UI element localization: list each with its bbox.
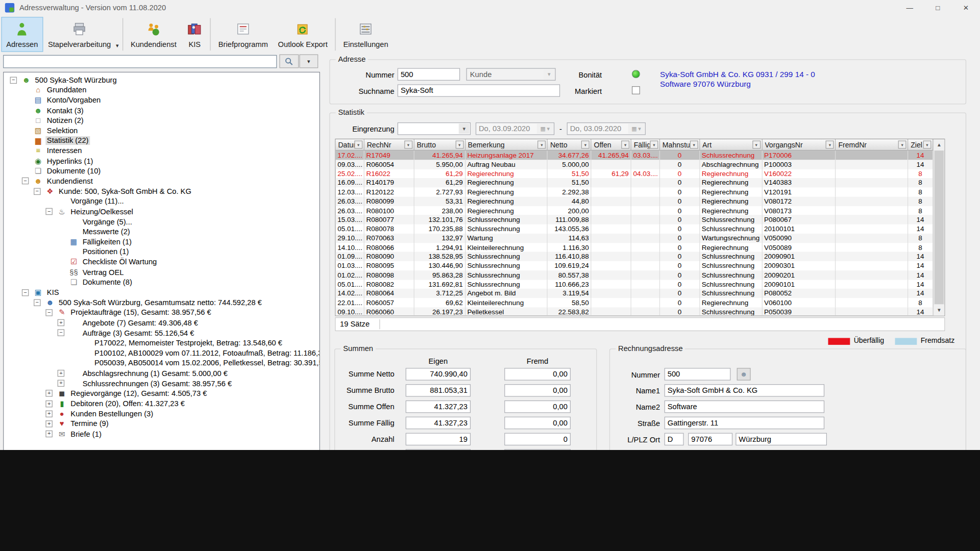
- ra-name2-field[interactable]: Software: [665, 400, 824, 413]
- tree-expander[interactable]: −: [10, 77, 17, 83]
- tree-item[interactable]: ⌂ Grunddaten: [4, 85, 319, 95]
- col-brutto[interactable]: Brutto▾: [414, 139, 465, 150]
- ra-nummer-field[interactable]: 500: [665, 368, 731, 380]
- table-row[interactable]: 14.02.... R080064 3.712,25 Angebot m. Bi…: [336, 289, 934, 298]
- filter-icon[interactable]: ▾: [581, 141, 590, 149]
- filter-icon[interactable]: ▾: [752, 141, 761, 149]
- tree-item[interactable]: − ♨ Heizung/Oelkessel: [4, 207, 319, 217]
- col-rechnr[interactable]: RechNr▾: [364, 139, 414, 150]
- tree-item[interactable]: Messwerte (2): [4, 227, 319, 237]
- tree-item[interactable]: + Angebote (7) Gesamt: 49.306,48 €: [4, 318, 319, 328]
- tree-expander[interactable]: −: [34, 188, 40, 194]
- tree-expander[interactable]: +: [58, 319, 64, 326]
- eingrenzung-combo[interactable]: ▾: [398, 122, 471, 135]
- col-mahnstufe[interactable]: Mahnstufe▾: [660, 139, 700, 150]
- tree-expander[interactable]: +: [58, 370, 64, 377]
- tree-item[interactable]: □ Notizen (2): [4, 115, 319, 126]
- tree-item[interactable]: − ☻ 500 Syka-Soft Würzburg, Gesamtumsatz…: [4, 297, 319, 308]
- search-dropdown-button[interactable]: ▾: [300, 55, 318, 68]
- tree-item[interactable]: − ✎ Projektaufträge (15), Gesamt: 38.957…: [4, 308, 319, 318]
- adresse-typ-combo[interactable]: Kunde ▾: [466, 68, 555, 80]
- tree-item[interactable]: + Abschlagsrechnung (1) Gesamt: 5.000,00…: [4, 368, 319, 379]
- tree-item[interactable]: − ▣ KIS: [4, 287, 319, 297]
- date-from-field[interactable]: Do, 03.09.2020 ▦▾: [476, 122, 554, 135]
- tree-item[interactable]: ❏ Dokumente (8): [4, 277, 319, 287]
- filter-icon[interactable]: ▾: [537, 141, 546, 149]
- tree-expander[interactable]: +: [58, 380, 64, 387]
- table-row[interactable]: 09.10.... R060060 26.197,23 Pelletkessel…: [336, 307, 934, 315]
- tree-item[interactable]: ≡ Interessen: [4, 146, 319, 156]
- tree-item[interactable]: P050039, AB050014 vom 15.02.2006, Pellet…: [4, 358, 319, 368]
- table-scrollbar[interactable]: ▲ ▼: [933, 139, 944, 315]
- table-row[interactable]: 25.02.... R16022 61,29 Regierechnung 51,…: [336, 169, 934, 178]
- ra-strasse-field[interactable]: Gattingerstr. 11: [665, 417, 824, 429]
- table-row[interactable]: 12.03.... R120122 2.727,93 Regierechnung…: [336, 187, 934, 196]
- filter-icon[interactable]: ▾: [404, 141, 412, 149]
- scroll-down-icon[interactable]: ▼: [934, 305, 944, 316]
- ra-open-address-button[interactable]: ☻: [737, 368, 751, 380]
- col-fremdnr[interactable]: FremdNr▾: [836, 139, 909, 150]
- toolbar-outlook-export-button[interactable]: Outlook Export: [273, 17, 333, 52]
- col-faellig[interactable]: Fällig▾: [631, 139, 660, 150]
- toolbar-stapelverarbeitung-button[interactable]: Stapelverarbeitung: [43, 17, 116, 52]
- col-ziel[interactable]: Ziel▾: [908, 139, 933, 150]
- filter-icon[interactable]: ▾: [621, 141, 629, 149]
- table-row[interactable]: 17.02.... R17049 41.265,94 Heizungsanlag…: [336, 151, 934, 160]
- table-row[interactable]: 16.09.... R140179 61,29 Regierechnung 51…: [336, 178, 934, 187]
- scrollbar-thumb[interactable]: [935, 151, 944, 304]
- search-button[interactable]: [279, 55, 299, 68]
- table-row[interactable]: 01.09.... R080090 138.528,95 Schlussrech…: [336, 252, 934, 261]
- stapelverarbeitung-dropdown-arrow[interactable]: ▾: [116, 42, 119, 48]
- tree-expander[interactable]: +: [45, 410, 52, 417]
- tree-item[interactable]: ❏ Dokumente (10): [4, 166, 319, 176]
- filter-icon[interactable]: ▾: [898, 141, 906, 149]
- tree-item[interactable]: Vorgänge (5)...: [4, 216, 319, 227]
- tree-item[interactable]: Vorgänge (11)...: [4, 196, 319, 207]
- ra-plz-field[interactable]: 97076: [688, 433, 732, 445]
- tree-expander[interactable]: +: [45, 400, 52, 407]
- ra-ort-field[interactable]: Würzburg: [736, 433, 827, 445]
- col-art[interactable]: Art▾: [700, 139, 762, 150]
- tree-expander[interactable]: −: [45, 309, 52, 316]
- col-offen[interactable]: Offen▾: [592, 139, 631, 150]
- tree-item[interactable]: − ☻ 500 Syka-Soft Würzburg: [4, 75, 319, 85]
- tree-item[interactable]: + ▮ Debitoren (20), Offen: 41.327,23 €: [4, 398, 319, 409]
- table-row[interactable]: 15.03.... R080077 132.101,76 Schlussrech…: [336, 215, 934, 224]
- ra-name1-field[interactable]: Syka-Soft GmbH & Co. KG: [665, 384, 824, 396]
- tree-item[interactable]: ▧ Selektion: [4, 126, 319, 136]
- suchname-field[interactable]: Syka-Soft: [398, 84, 560, 96]
- filter-icon[interactable]: ▾: [455, 141, 463, 149]
- table-row[interactable]: 26.03.... R080099 53,31 Regierechnung 44…: [336, 197, 934, 206]
- tree-expander[interactable]: −: [58, 330, 64, 336]
- tree-item[interactable]: ◉ Hyperlinks (1): [4, 156, 319, 166]
- tree-expander[interactable]: −: [34, 299, 40, 306]
- tree-item[interactable]: ▆ Statistik (22): [4, 136, 319, 146]
- adresse-nummer-field[interactable]: 500: [398, 68, 460, 80]
- table-row[interactable]: 05.01.... R080078 170.235,88 Schlussrech…: [336, 224, 934, 234]
- ra-land-field[interactable]: D: [665, 433, 684, 445]
- maximize-button[interactable]: □: [924, 0, 952, 15]
- table-row[interactable]: 29.10.... R070063 132,97 Wartung 114,63 …: [336, 234, 934, 243]
- tree-item[interactable]: §§ Vertrag OEL: [4, 267, 319, 278]
- col-datum[interactable]: Datum▾: [336, 139, 364, 150]
- tree-item[interactable]: + Schlussrechnungen (3) Gesamt: 38.957,5…: [4, 379, 319, 389]
- tree-expander[interactable]: +: [45, 431, 52, 437]
- toolbar-briefprogramm-button[interactable]: Briefprogramm: [213, 17, 273, 52]
- tree-expander[interactable]: +: [45, 420, 52, 427]
- filter-icon[interactable]: ▾: [826, 141, 834, 149]
- tree-item[interactable]: ☑ Checkliste Öl Wartung: [4, 257, 319, 267]
- minimize-button[interactable]: —: [896, 0, 924, 15]
- tree-item[interactable]: − ☻ Kundendienst: [4, 176, 319, 186]
- address-search-input[interactable]: [3, 55, 277, 68]
- tree-item[interactable]: ▤ Konto/Vorgaben: [4, 95, 319, 106]
- table-row[interactable]: 26.03.... R080100 238,00 Regierechnung 2…: [336, 206, 934, 215]
- tree-item[interactable]: Positionen (1): [4, 247, 319, 257]
- filter-icon[interactable]: ▾: [650, 141, 658, 149]
- markiert-checkbox[interactable]: [632, 86, 640, 94]
- tree-item[interactable]: P100102, AB100029 vom 07.11.2012, Fotoau…: [4, 348, 319, 358]
- toolbar-einstellungen-button[interactable]: Einstellungen: [338, 17, 394, 52]
- table-row[interactable]: 22.01.... R060057 69,62 Kleinteilerechnu…: [336, 298, 934, 307]
- tree-expander[interactable]: −: [45, 208, 52, 215]
- date-to-field[interactable]: Do, 03.09.2020 ▦▾: [567, 122, 646, 135]
- table-row[interactable]: 05.01.... R080082 131.692,81 Schlussrech…: [336, 280, 934, 289]
